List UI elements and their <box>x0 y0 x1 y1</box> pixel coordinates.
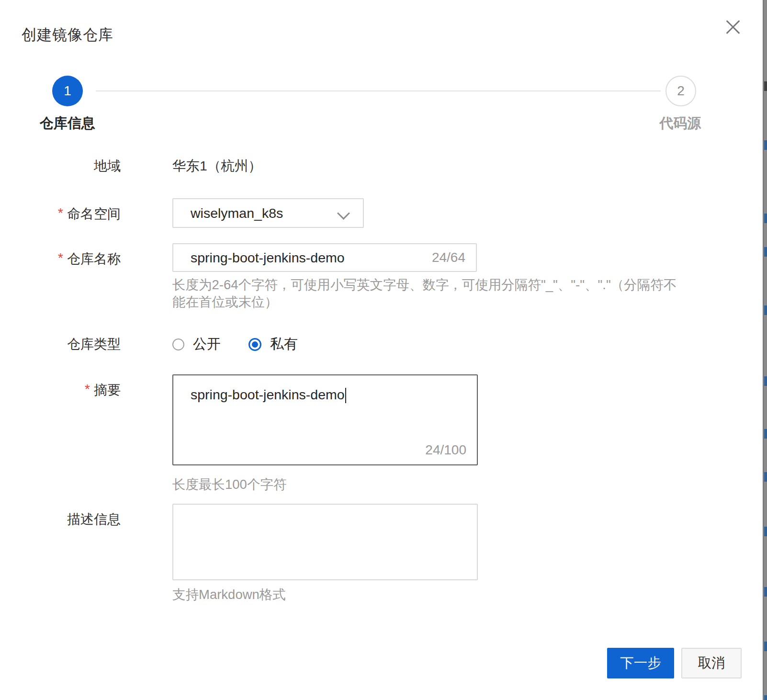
stepper-connector-line <box>96 90 661 91</box>
repo-type-label: 仓库类型 <box>19 335 121 353</box>
region-label: 地域 <box>19 157 121 175</box>
radio-option-private[interactable]: 私有 <box>248 335 298 354</box>
background-page-remnant <box>764 81 767 91</box>
repo-name-label: * 仓库名称 <box>19 250 121 268</box>
repo-type-radio-group: 公开 私有 <box>172 336 298 352</box>
radio-option-public-label: 公开 <box>193 335 221 354</box>
required-asterisk: * <box>85 381 90 397</box>
cancel-button[interactable]: 取消 <box>681 648 742 678</box>
radio-option-private-label: 私有 <box>270 335 298 354</box>
step-1-circle: 1 <box>52 76 83 106</box>
close-icon[interactable] <box>723 17 744 38</box>
background-page-remnant <box>764 587 767 597</box>
repo-name-input-value: spring-boot-jenkins-demo <box>191 244 345 271</box>
description-helper-text: 支持Markdown格式 <box>172 586 286 603</box>
required-asterisk: * <box>58 205 63 221</box>
chevron-down-icon <box>338 208 349 218</box>
radio-unchecked-icon <box>172 339 184 350</box>
namespace-label: * 命名空间 <box>19 205 121 223</box>
background-page-remnant <box>764 140 767 150</box>
background-page-remnant <box>764 472 767 482</box>
background-page-remnant <box>764 376 767 386</box>
dialog-title: 创建镜像仓库 <box>22 25 113 45</box>
description-label: 描述信息 <box>19 510 121 529</box>
background-page-remnant <box>764 527 767 536</box>
step-2-label: 代码源 <box>623 114 738 133</box>
radio-checked-icon <box>248 338 261 351</box>
text-cursor <box>345 388 346 403</box>
summary-textarea[interactable]: spring-boot-jenkins-demo 24/100 <box>172 374 478 465</box>
radio-option-public[interactable]: 公开 <box>172 335 221 354</box>
repo-name-input[interactable]: spring-boot-jenkins-demo 24/64 <box>172 243 477 272</box>
step-1-label: 仓库信息 <box>10 114 125 133</box>
repo-name-helper-text: 长度为2-64个字符，可使用小写英文字母、数字，可使用分隔符"_"、"-"、".… <box>172 276 677 311</box>
background-page-remnant <box>764 695 767 700</box>
background-page-remnant <box>764 305 767 315</box>
summary-char-counter: 24/100 <box>425 442 466 458</box>
next-step-button[interactable]: 下一步 <box>607 648 674 678</box>
summary-textarea-value: spring-boot-jenkins-demo <box>191 387 345 402</box>
namespace-select[interactable]: wiselyman_k8s <box>172 198 364 228</box>
background-page-remnant <box>764 247 767 257</box>
region-value: 华东1（杭州） <box>172 157 262 175</box>
required-asterisk: * <box>58 250 63 266</box>
description-textarea[interactable] <box>172 504 478 580</box>
background-page-edge-strip <box>763 0 767 700</box>
background-page-remnant <box>764 214 767 223</box>
step-2-circle: 2 <box>665 76 696 106</box>
background-page-remnant <box>764 429 767 439</box>
summary-helper-text: 长度最长100个字符 <box>172 476 286 493</box>
summary-label: * 摘要 <box>19 381 121 399</box>
namespace-select-value: wiselyman_k8s <box>191 199 283 227</box>
background-page-remnant <box>764 642 767 651</box>
repo-name-char-counter: 24/64 <box>432 244 465 271</box>
